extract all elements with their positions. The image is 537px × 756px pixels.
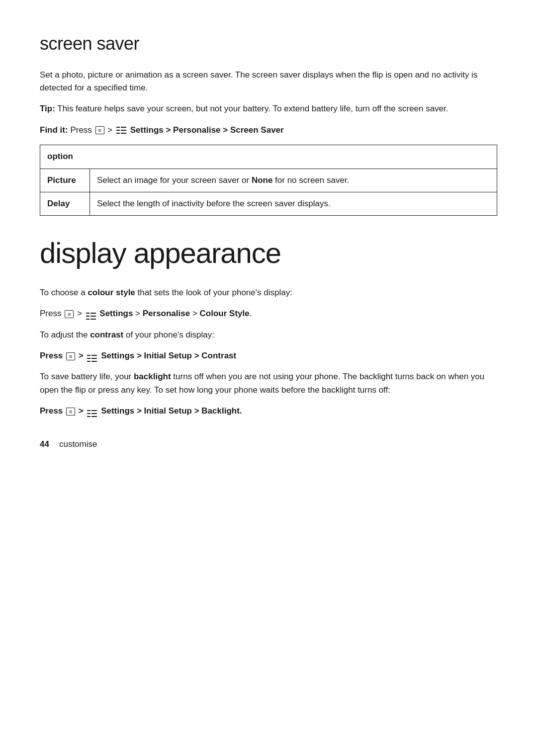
press-contrast: Press ≡ > Settings > Initial Setup > Con… [40,349,497,362]
svg-rect-7 [86,316,90,317]
menu-icon-4: ≡ [66,408,75,416]
page-label: customise [59,438,97,451]
svg-rect-8 [86,319,90,320]
contrast-intro: To adjust the contrast of your phone's d… [40,329,497,341]
svg-rect-11 [90,319,96,320]
find-it-arrow2: > [221,125,230,135]
press-backlight: Press ≡ > Settings > Initial Setup > Bac… [40,405,497,418]
backlight-label: Backlight [201,406,240,416]
find-it-settings: Settings [130,125,164,135]
table-option-picture: Picture [40,168,90,192]
contrast-label: Contrast [201,351,236,360]
find-it-link2: Screen Saver [230,125,284,135]
screen-saver-title: screen saver [40,30,497,58]
find-it-prefix: Press [68,125,94,135]
settings-icon-4 [87,407,97,416]
colour-style-label: Colour Style [200,309,250,318]
svg-rect-20 [87,416,90,417]
menu-icon-2: ≡ [65,310,74,318]
svg-rect-22 [91,413,97,414]
svg-rect-21 [91,410,97,411]
screen-saver-section: screen saver Set a photo, picture or ani… [40,30,497,216]
table-description-delay: Select the length of inactivity before t… [90,192,497,215]
svg-rect-5 [121,133,126,134]
display-appearance-title: display appearance [40,231,497,275]
colour-style-bold: colour style [88,288,135,297]
svg-rect-13 [87,358,90,359]
svg-rect-15 [91,355,97,356]
tip-content: This feature helps save your screen, but… [55,104,448,113]
svg-rect-16 [91,358,97,359]
svg-rect-6 [86,313,90,314]
table-row: Picture Select an image for your screen … [40,168,497,192]
menu-icon: ≡ [95,126,104,134]
svg-rect-19 [87,413,90,414]
tip-paragraph: Tip: This feature helps save your screen… [40,102,497,115]
svg-rect-17 [91,361,97,362]
svg-rect-2 [116,133,120,134]
personalise-label-1: Personalise [143,309,190,318]
find-it-label: Find it: [40,125,68,135]
menu-icon-3: ≡ [66,352,75,360]
svg-rect-9 [90,313,96,314]
settings-icon [116,126,127,135]
options-table: option Picture Select an image for your … [40,145,497,216]
initial-setup-label-1: Initial Setup [144,351,192,360]
table-header: option [40,145,497,168]
svg-rect-10 [90,316,96,317]
initial-setup-label-2: Initial Setup [144,406,192,416]
table-row: Delay Select the length of inactivity be… [40,192,497,215]
tip-label: Tip: [40,104,55,113]
settings-icon-2 [86,310,96,319]
screen-saver-description: Set a photo, picture or animation as a s… [40,69,497,95]
backlight-intro: To save battery life, your backlight tur… [40,370,497,397]
page-footer: 44 customise [40,438,497,451]
colour-style-intro: To choose a colour style that sets the l… [40,286,497,299]
find-it-line: Find it: Press ≡ > Settings > Personalis… [40,124,497,137]
svg-rect-12 [87,355,90,356]
svg-rect-0 [116,127,120,128]
svg-rect-23 [91,416,97,417]
find-it-middle: > [105,125,115,135]
find-it-link1: Personalise [173,125,220,135]
table-option-delay: Delay [40,192,90,215]
backlight-bold: backlight [134,372,171,381]
page-number: 44 [40,438,49,451]
svg-rect-1 [116,130,120,131]
svg-rect-14 [87,361,90,362]
display-appearance-section: display appearance To choose a colour st… [40,231,497,418]
settings-icon-3 [87,352,97,361]
settings-label-2: Settings [101,351,134,360]
svg-rect-18 [87,410,90,411]
svg-rect-3 [121,127,126,128]
settings-label-3: Settings [101,406,134,416]
table-description-picture: Select an image for your screen saver or… [90,168,497,192]
find-it-arrow1: > [164,125,173,135]
press-personalise-colour: Press ≡ > Settings > Personalise > Colou… [40,307,497,320]
settings-label-1: Settings [99,309,133,318]
none-bold: None [252,175,273,185]
svg-rect-4 [121,130,126,131]
contrast-bold: contrast [90,330,123,339]
